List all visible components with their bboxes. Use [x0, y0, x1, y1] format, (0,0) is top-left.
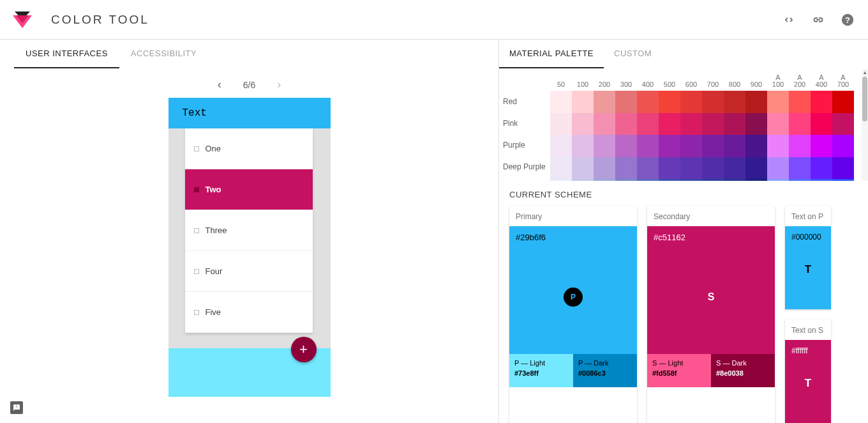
list-item[interactable]: Three [185, 210, 313, 251]
palette-swatch[interactable] [680, 113, 702, 135]
palette-swatch[interactable] [572, 135, 594, 157]
feedback-button[interactable] [10, 401, 23, 414]
app-logo[interactable] [13, 12, 32, 28]
tab-accessibility[interactable]: ACCESSIBILITY [119, 40, 208, 68]
palette-swatch[interactable] [724, 91, 745, 113]
palette-swatch[interactable] [702, 113, 724, 135]
text-on-s-swatch[interactable]: #ffffff T [785, 340, 831, 423]
tab-custom[interactable]: CUSTOM [604, 40, 662, 68]
palette-swatch[interactable] [637, 91, 659, 113]
palette-swatch[interactable] [637, 135, 659, 157]
palette-swatch[interactable] [832, 113, 854, 135]
palette-swatch[interactable] [724, 135, 745, 157]
palette-swatch[interactable] [745, 157, 767, 180]
scrollbar-thumb[interactable] [862, 77, 867, 121]
palette-swatch[interactable] [659, 179, 680, 181]
text-on-secondary-card[interactable]: Text on S #ffffff T [785, 319, 831, 423]
palette-swatch[interactable] [832, 91, 854, 113]
secondary-light-swatch[interactable]: S — Light#fd558f [647, 354, 711, 387]
palette-swatch[interactable] [811, 157, 832, 180]
fab-add-button[interactable]: + [291, 337, 317, 362]
palette-swatch[interactable] [811, 113, 832, 135]
list-item[interactable]: Five [185, 292, 313, 333]
palette-swatch[interactable] [572, 179, 594, 181]
palette-swatch[interactable] [702, 135, 724, 157]
palette-swatch[interactable] [680, 135, 702, 157]
palette-swatch[interactable] [680, 91, 702, 113]
palette-swatch[interactable] [745, 179, 767, 181]
palette-swatch[interactable] [745, 135, 767, 157]
palette-swatch[interactable] [811, 135, 832, 157]
palette-swatch[interactable] [594, 179, 615, 181]
palette-swatch[interactable] [767, 91, 789, 113]
palette-swatch[interactable] [832, 135, 854, 157]
palette-swatch[interactable] [594, 113, 615, 135]
primary-dark-swatch[interactable]: P — Dark#0086c3 [573, 354, 637, 387]
pager-prev[interactable]: ‹ [215, 75, 224, 94]
palette-swatch[interactable] [637, 113, 659, 135]
palette-swatch[interactable] [680, 179, 702, 181]
palette-swatch[interactable] [724, 179, 745, 181]
palette-swatch[interactable] [659, 113, 680, 135]
palette-swatch[interactable] [702, 179, 724, 181]
palette-swatch[interactable] [702, 157, 724, 180]
palette-swatch[interactable] [680, 157, 702, 180]
palette-swatch[interactable] [594, 91, 615, 113]
primary-swatch[interactable]: #29b6f6 P [509, 226, 637, 354]
palette-swatch[interactable] [811, 179, 832, 181]
palette-swatch[interactable] [550, 135, 572, 157]
list-item[interactable]: Two [185, 169, 313, 210]
list-item[interactable]: One [185, 128, 313, 169]
list-item[interactable]: Four [185, 251, 313, 292]
palette-swatch[interactable] [615, 91, 637, 113]
palette-swatch[interactable] [615, 113, 637, 135]
palette-swatch[interactable] [594, 135, 615, 157]
palette-swatch[interactable] [767, 113, 789, 135]
palette-swatch[interactable] [745, 91, 767, 113]
palette-swatch[interactable] [789, 135, 811, 157]
palette-swatch[interactable] [789, 179, 811, 181]
palette-swatch[interactable] [615, 157, 637, 180]
text-on-p-swatch[interactable]: #000000 T [785, 226, 831, 309]
secondary-dark-swatch[interactable]: S — Dark#8e0038 [711, 354, 775, 387]
palette-swatch[interactable] [572, 91, 594, 113]
palette-swatch[interactable] [615, 135, 637, 157]
tab-user-interfaces[interactable]: USER INTERFACES [14, 40, 119, 68]
palette-swatch[interactable] [767, 157, 789, 180]
palette-swatch[interactable] [789, 91, 811, 113]
palette-swatch[interactable] [745, 113, 767, 135]
secondary-card[interactable]: Secondary #c51162 S S — Light#fd558f S —… [647, 206, 775, 423]
palette-swatch[interactable] [832, 157, 854, 180]
palette-swatch[interactable] [767, 179, 789, 181]
text-on-primary-card[interactable]: Text on P #000000 T [785, 206, 831, 309]
palette-swatch[interactable] [659, 135, 680, 157]
palette-swatch[interactable] [659, 157, 680, 180]
palette-swatch[interactable] [550, 179, 572, 181]
help-icon[interactable]: ? [840, 12, 855, 27]
primary-card[interactable]: Primary #29b6f6 P P — Light#73e8ff P — D… [509, 206, 637, 423]
scroll-up-icon[interactable]: ▴ [862, 69, 868, 75]
palette-swatch[interactable] [572, 157, 594, 180]
link-icon[interactable] [811, 12, 826, 27]
palette-swatch[interactable] [637, 179, 659, 181]
palette-swatch[interactable] [724, 113, 745, 135]
palette-swatch[interactable] [789, 113, 811, 135]
palette-swatch[interactable] [724, 157, 745, 180]
palette-swatch[interactable] [789, 157, 811, 180]
palette-swatch[interactable] [615, 179, 637, 181]
secondary-swatch[interactable]: #c51162 S [647, 226, 775, 354]
palette-swatch[interactable] [832, 179, 854, 181]
palette-scrollbar[interactable]: ▴ ▾ [862, 69, 868, 181]
palette-swatch[interactable] [637, 157, 659, 180]
tab-material-palette[interactable]: MATERIAL PALETTE [499, 40, 604, 68]
palette-swatch[interactable] [550, 91, 572, 113]
pager-next[interactable]: › [274, 75, 283, 94]
palette-swatch[interactable] [659, 91, 680, 113]
palette-swatch[interactable] [594, 157, 615, 180]
palette-swatch[interactable] [811, 91, 832, 113]
palette-swatch[interactable] [572, 113, 594, 135]
palette-swatch[interactable] [767, 135, 789, 157]
palette-swatch[interactable] [550, 157, 572, 180]
primary-light-swatch[interactable]: P — Light#73e8ff [509, 354, 573, 387]
palette-swatch[interactable] [550, 113, 572, 135]
